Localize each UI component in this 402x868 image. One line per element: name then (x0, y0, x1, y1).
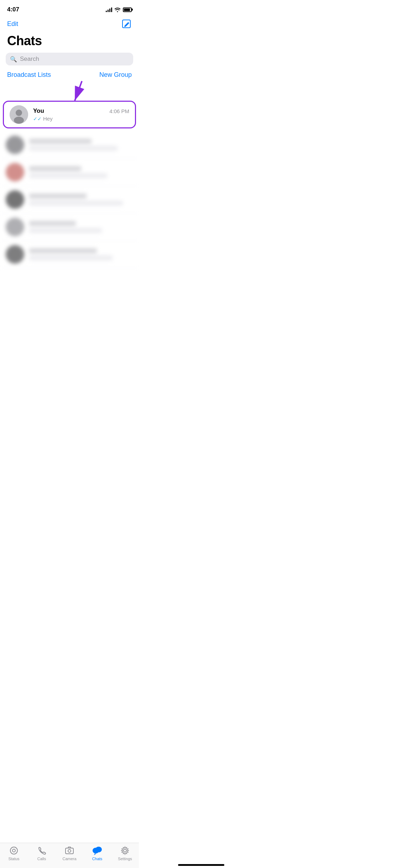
search-placeholder: Search (20, 55, 39, 63)
chat-name-row: You 4:06 PM (33, 107, 129, 115)
person-icon (10, 105, 28, 124)
list-item (0, 186, 139, 213)
page-title: Chats (7, 33, 132, 48)
chat-info: You 4:06 PM ✓✓ Hey (33, 107, 129, 122)
status-bar: 4:07 (0, 0, 139, 17)
status-time: 4:07 (7, 6, 19, 13)
status-icons (106, 7, 132, 12)
avatar (10, 105, 28, 124)
list-item (0, 241, 139, 268)
compose-icon (122, 19, 131, 28)
list-item (0, 159, 139, 186)
svg-point-3 (16, 110, 22, 116)
svg-point-4 (14, 117, 24, 124)
search-icon: 🔍 (10, 56, 17, 63)
search-container: 🔍 Search (0, 53, 139, 71)
battery-icon (123, 7, 132, 12)
chat-timestamp: 4:06 PM (109, 108, 129, 114)
featured-chat-item[interactable]: You 4:06 PM ✓✓ Hey (3, 101, 136, 128)
signal-icon (106, 7, 112, 12)
broadcast-lists-button[interactable]: Broadcast Lists (7, 71, 51, 79)
chat-preview: ✓✓ Hey (33, 116, 129, 122)
annotation-arrow-icon (64, 79, 93, 104)
list-item (0, 131, 139, 159)
chat-contact-name: You (33, 107, 44, 115)
list-item (0, 213, 139, 241)
edit-button[interactable]: Edit (7, 20, 18, 28)
search-bar[interactable]: 🔍 Search (6, 53, 133, 65)
new-group-button[interactable]: New Group (99, 71, 132, 79)
chat-last-message: Hey (43, 116, 53, 122)
header: Edit (0, 17, 139, 32)
wifi-icon (114, 7, 121, 12)
compose-button[interactable] (121, 18, 132, 29)
blurred-chat-list (0, 131, 139, 268)
read-receipt-icon: ✓✓ (33, 116, 42, 122)
page-title-section: Chats (0, 32, 139, 53)
arrow-annotation (0, 83, 139, 101)
